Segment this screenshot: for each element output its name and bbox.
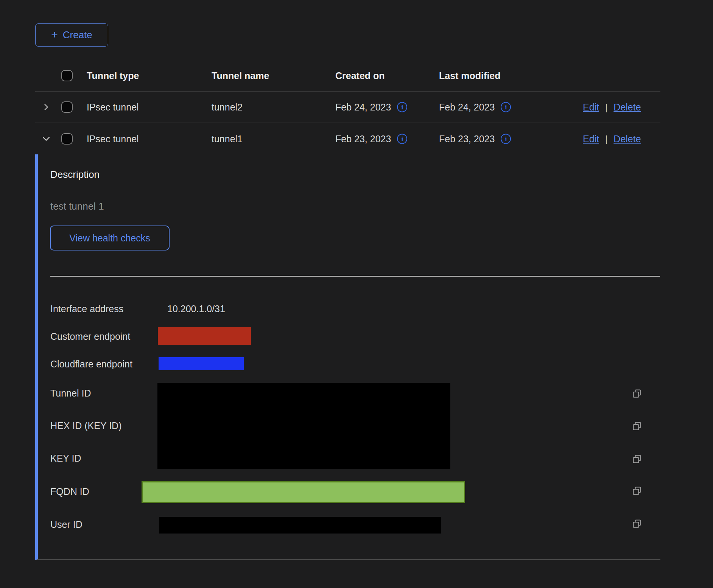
- table-row: IPsec tunnel tunnel2 Feb 24, 2023 i Feb …: [35, 92, 660, 123]
- section-divider: [50, 276, 660, 277]
- user-id-label: User ID: [50, 519, 83, 530]
- copy-tunnel-id-icon[interactable]: [631, 388, 643, 400]
- description-value: test tunnel 1: [50, 201, 104, 212]
- tunnel-name-cell: tunnel1: [212, 133, 243, 144]
- header-created-on: Created on: [335, 70, 385, 81]
- copy-fqdn-id-icon[interactable]: [631, 485, 643, 497]
- cloudflare-endpoint-redacted-value: [159, 357, 244, 370]
- customer-endpoint-label: Customer endpoint: [50, 331, 130, 342]
- create-button-label: Create: [63, 29, 92, 41]
- key-id-label: KEY ID: [50, 453, 81, 464]
- row-checkbox[interactable]: [61, 133, 73, 145]
- select-all-checkbox[interactable]: [61, 70, 73, 81]
- tunnel-type-cell: IPsec tunnel: [87, 102, 139, 113]
- copy-user-id-icon[interactable]: [631, 518, 643, 530]
- fqdn-id-redacted-value: [142, 481, 465, 503]
- created-on-cell: Feb 23, 2023: [335, 133, 391, 144]
- description-label: Description: [50, 169, 100, 180]
- info-icon[interactable]: i: [397, 134, 407, 144]
- interface-address-value: 10.200.1.0/31: [167, 303, 225, 314]
- edit-link[interactable]: Edit: [583, 102, 599, 113]
- tunnel-type-cell: IPsec tunnel: [87, 133, 139, 144]
- expand-chevron-right-icon[interactable]: [40, 101, 52, 113]
- user-id-redacted-value: [159, 517, 441, 534]
- tunnel-name-cell: tunnel2: [212, 102, 243, 113]
- header-tunnel-name: Tunnel name: [212, 70, 269, 81]
- info-icon[interactable]: i: [501, 134, 511, 144]
- delete-link[interactable]: Delete: [613, 133, 641, 144]
- interface-address-label: Interface address: [50, 303, 123, 314]
- last-modified-cell: Feb 23, 2023: [439, 133, 495, 144]
- last-modified-cell: Feb 24, 2023: [439, 102, 495, 113]
- collapse-chevron-down-icon[interactable]: [40, 133, 52, 145]
- tunnel-detail-panel: Description test tunnel 1 View health ch…: [35, 154, 660, 560]
- view-health-checks-button[interactable]: View health checks: [50, 226, 170, 250]
- table-row: IPsec tunnel tunnel1 Feb 23, 2023 i Feb …: [35, 123, 660, 154]
- row-checkbox[interactable]: [61, 101, 73, 113]
- copy-hex-id-icon[interactable]: [631, 421, 643, 432]
- customer-endpoint-redacted-value: [158, 327, 251, 345]
- tunnels-page: + Create Tunnel type Tunnel name Created…: [0, 0, 713, 588]
- info-icon[interactable]: i: [501, 102, 511, 112]
- create-button[interactable]: + Create: [35, 23, 108, 47]
- tunnel-hex-key-id-redacted-value: [157, 383, 450, 469]
- action-separator: |: [605, 134, 607, 144]
- table-header-row: Tunnel type Tunnel name Created on Last …: [35, 60, 660, 92]
- plus-icon: +: [51, 29, 58, 40]
- header-last-modified: Last modified: [439, 70, 501, 81]
- copy-key-id-icon[interactable]: [631, 454, 643, 465]
- tunnel-id-label: Tunnel ID: [50, 388, 91, 399]
- header-tunnel-type: Tunnel type: [87, 70, 139, 81]
- edit-link[interactable]: Edit: [583, 133, 599, 144]
- cloudflare-endpoint-label: Cloudflare endpoint: [50, 359, 132, 370]
- fqdn-id-label: FQDN ID: [50, 486, 89, 497]
- action-separator: |: [605, 102, 607, 112]
- info-icon[interactable]: i: [397, 102, 407, 112]
- delete-link[interactable]: Delete: [613, 102, 641, 113]
- created-on-cell: Feb 24, 2023: [335, 102, 391, 113]
- hex-id-label: HEX ID (KEY ID): [50, 420, 121, 431]
- tunnel-table: Tunnel type Tunnel name Created on Last …: [35, 60, 660, 154]
